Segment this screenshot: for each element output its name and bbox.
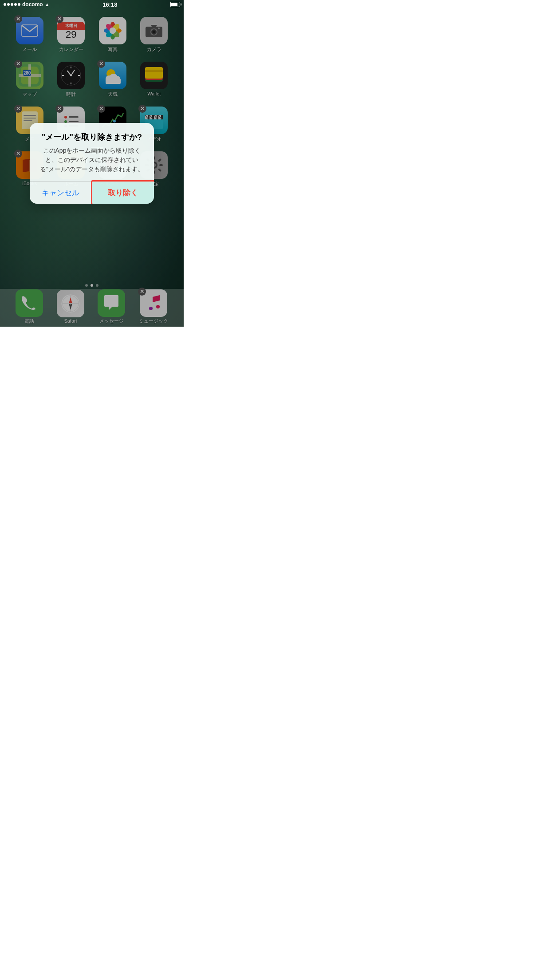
clock-display: 16:18 bbox=[102, 1, 117, 8]
battery-icon bbox=[170, 2, 180, 7]
status-left: docomo ▲ bbox=[4, 1, 50, 8]
remove-btn-container: 取り除く bbox=[92, 182, 154, 204]
dialog-title: "メール"を取り除きますか? bbox=[39, 132, 145, 142]
signal-dot-4 bbox=[14, 3, 17, 6]
dialog-content: "メール"を取り除きますか? このAppをホーム画面から取り除くと、このデバイス… bbox=[30, 123, 154, 181]
dialog-overlay: "メール"を取り除きますか? このAppをホーム画面から取り除くと、このデバイス… bbox=[0, 0, 184, 327]
battery-fill bbox=[171, 3, 177, 6]
signal-dot-3 bbox=[11, 3, 13, 6]
dialog-buttons: キャンセル 取り除く bbox=[30, 182, 154, 204]
signal-dot-2 bbox=[7, 3, 10, 6]
screen: docomo ▲ 16:18 ✕ bbox=[0, 0, 184, 327]
dialog-remove-button[interactable]: 取り除く bbox=[92, 182, 154, 204]
status-right bbox=[170, 2, 180, 7]
carrier-label: docomo bbox=[22, 1, 43, 8]
status-bar: docomo ▲ 16:18 bbox=[0, 0, 184, 9]
signal-dot-5 bbox=[18, 3, 20, 6]
wifi-icon: ▲ bbox=[45, 2, 50, 7]
dialog-cancel-button[interactable]: キャンセル bbox=[30, 182, 92, 204]
dialog-message: このAppをホーム画面から取り除くと、このデバイスに保存されている"メール"のデ… bbox=[39, 146, 145, 174]
signal-dots bbox=[4, 3, 20, 6]
signal-dot-1 bbox=[4, 3, 6, 6]
dialog-box: "メール"を取り除きますか? このAppをホーム画面から取り除くと、このデバイス… bbox=[30, 123, 154, 204]
